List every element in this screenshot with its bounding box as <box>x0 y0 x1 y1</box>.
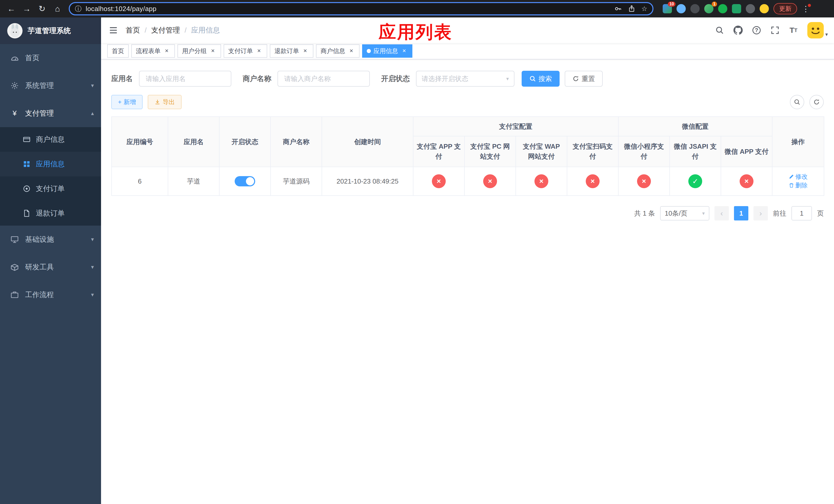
status-select[interactable]: 请选择开启状态 ▾ <box>416 71 514 87</box>
page-size-select[interactable]: 10条/页 ▾ <box>660 206 709 221</box>
tab-pay-order[interactable]: 支付订单× <box>224 44 267 58</box>
dashboard-icon <box>10 53 19 62</box>
github-icon[interactable] <box>729 22 747 39</box>
payment-submenu: 商户信息 应用信息 支付订单 <box>0 127 101 226</box>
browser-reload-icon[interactable]: ↻ <box>35 2 49 16</box>
tab-home[interactable]: 首页 <box>107 44 129 58</box>
extension-icon-green-check[interactable] <box>718 4 727 13</box>
close-icon[interactable]: × <box>209 47 216 54</box>
site-info-icon[interactable]: ⓘ <box>75 4 82 13</box>
breadcrumb-payment[interactable]: 支付管理 <box>151 25 180 35</box>
bookmark-star-icon[interactable]: ☆ <box>641 5 647 13</box>
document-icon <box>23 209 31 217</box>
tab-user-group[interactable]: 用户分组× <box>177 44 221 58</box>
goto-page-input[interactable] <box>791 206 812 221</box>
sidebar-item-home[interactable]: 首页 <box>0 44 101 72</box>
tab-app-info[interactable]: 应用信息× <box>362 44 412 58</box>
cell-app-name: 芋道 <box>168 167 219 196</box>
url-text[interactable]: localhost:1024/pay/app <box>86 5 610 13</box>
table-row: 6 芋道 芋道源码 2021-10-23 08:49:25 × × × × × … <box>112 167 824 196</box>
sidebar-item-infrastructure[interactable]: 基础设施 ▾ <box>0 226 101 253</box>
column-header-wechat-jsapi: 微信 JSAPI 支付 <box>670 136 721 167</box>
browser-home-icon[interactable]: ⌂ <box>50 2 65 16</box>
close-icon[interactable]: × <box>302 47 309 54</box>
browser-menu-icon[interactable]: ⋮ <box>802 4 810 13</box>
app-name-input[interactable] <box>139 71 231 87</box>
help-icon[interactable]: ? <box>748 22 765 39</box>
extension-icon-colorful[interactable]: 1 <box>704 4 714 13</box>
next-page-button[interactable]: › <box>753 206 768 221</box>
user-menu[interactable]: ▾ <box>807 22 828 39</box>
toggle-search-button[interactable] <box>790 95 804 109</box>
extension-icon-green-square[interactable] <box>732 4 741 13</box>
cell-created: 2021-10-23 08:49:25 <box>322 167 413 196</box>
sidebar-item-label: 支付订单 <box>36 184 65 193</box>
sidebar-item-app-info[interactable]: 应用信息 <box>0 152 101 176</box>
sidebar-item-dev-tools[interactable]: 研发工具 ▾ <box>0 253 101 281</box>
share-icon[interactable] <box>628 5 635 12</box>
app-name-label: 应用名 <box>111 74 133 84</box>
browser-update-button[interactable]: 更新 <box>773 3 797 14</box>
alipay-qr-status-icon: × <box>586 174 599 188</box>
refresh-button[interactable] <box>809 95 824 109</box>
address-bar[interactable]: ⓘ localhost:1024/pay/app ☆ <box>69 2 654 15</box>
extensions-puzzle-icon[interactable] <box>746 4 755 13</box>
search-icon[interactable] <box>711 22 728 39</box>
alipay-pc-status-icon: × <box>483 174 497 188</box>
column-header-merchant: 商户名称 <box>270 117 322 167</box>
sidebar-item-label: 应用信息 <box>36 159 65 169</box>
cell-ops: 修改 删除 <box>772 167 824 196</box>
browser-forward-icon[interactable]: → <box>20 2 34 16</box>
fullscreen-icon[interactable] <box>766 22 784 39</box>
reset-button[interactable]: 重置 <box>565 71 603 87</box>
page: ← → ↻ ⌂ ⓘ localhost:1024/pay/app ☆ 10 1 <box>0 0 834 504</box>
chevron-down-icon: ▾ <box>91 82 94 89</box>
cell-wechat-jsapi: ✓ <box>670 167 721 196</box>
close-icon[interactable]: × <box>163 47 170 54</box>
extension-icon-drop[interactable] <box>677 4 686 13</box>
tab-flow-form[interactable]: 流程表单× <box>131 44 175 58</box>
chevron-down-icon: ▾ <box>91 236 94 243</box>
cell-app-id: 6 <box>112 167 168 196</box>
font-size-icon[interactable]: TT <box>785 22 802 39</box>
close-icon[interactable]: × <box>256 47 263 54</box>
sidebar-item-label: 商户信息 <box>36 135 65 144</box>
merchant-name-input[interactable] <box>278 71 370 87</box>
column-header-alipay-qr: 支付宝扫码支付 <box>567 136 618 167</box>
breadcrumb-home[interactable]: 首页 <box>126 25 140 35</box>
grid-icon <box>23 160 31 168</box>
tab-refund-order[interactable]: 退款订单× <box>270 44 313 58</box>
sidebar-item-payment[interactable]: ¥ 支付管理 ▴ <box>0 99 101 127</box>
close-icon[interactable]: × <box>348 47 355 54</box>
prev-page-button[interactable]: ‹ <box>715 206 729 221</box>
column-header-id: 应用编号 <box>112 117 168 167</box>
extension-icon-grid[interactable]: 10 <box>663 4 672 13</box>
sidebar-item-pay-order[interactable]: 支付订单 <box>0 176 101 201</box>
sidebar-item-label: 退款订单 <box>36 208 65 218</box>
extension-icon-emoji[interactable] <box>760 4 769 13</box>
delete-button[interactable]: 删除 <box>789 181 808 189</box>
page-number-1[interactable]: 1 <box>734 206 748 221</box>
sidebar-item-refund-order[interactable]: 退款订单 <box>0 201 101 226</box>
extension-icon-dark[interactable] <box>690 4 700 13</box>
sidebar-item-system[interactable]: 系统管理 ▾ <box>0 72 101 99</box>
add-button[interactable]: + 新增 <box>111 95 142 109</box>
password-key-icon[interactable] <box>614 5 622 13</box>
export-button[interactable]: 导出 <box>148 95 181 109</box>
edit-button[interactable]: 修改 <box>789 173 808 181</box>
search-button[interactable]: 搜索 <box>522 71 559 87</box>
sidebar-item-workflow[interactable]: 工作流程 ▾ <box>0 281 101 308</box>
cell-alipay-pc: × <box>464 167 516 196</box>
close-icon[interactable]: × <box>401 47 408 54</box>
browser-back-icon[interactable]: ← <box>4 2 19 16</box>
extension-badge: 10 <box>668 2 676 7</box>
pagination: 共 1 条 10条/页 ▾ ‹ 1 › 前往 页 <box>111 206 824 221</box>
monitor-icon <box>10 235 19 244</box>
status-toggle[interactable] <box>235 176 255 186</box>
sidebar-logo-row[interactable]: 芋道管理系统 <box>0 18 101 44</box>
toolbox-icon <box>10 263 19 272</box>
hamburger-icon[interactable] <box>101 18 126 43</box>
sidebar-item-merchant-info[interactable]: 商户信息 <box>0 127 101 152</box>
sidebar-item-label: 首页 <box>25 53 40 63</box>
tab-merchant-info[interactable]: 商户信息× <box>316 44 359 58</box>
